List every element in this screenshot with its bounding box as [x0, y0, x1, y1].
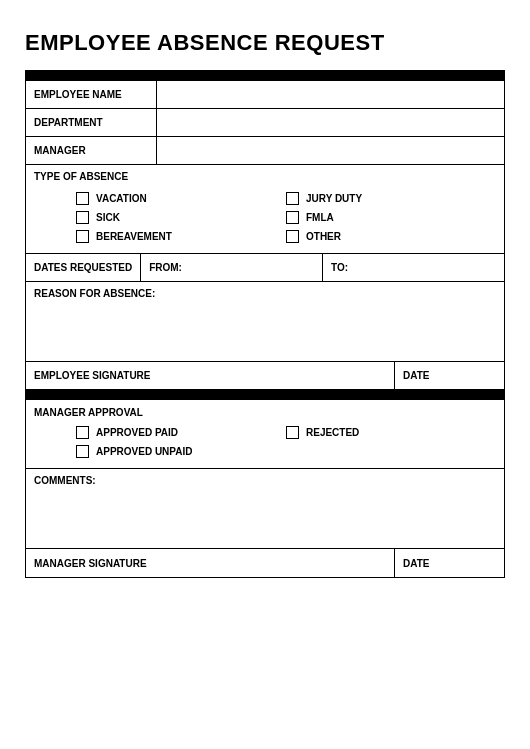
comments-section: COMMENTS: [26, 469, 504, 549]
manager-row: MANAGER [26, 137, 504, 165]
bereavement-checkbox-item: BEREAVEMENT [76, 230, 286, 243]
rejected-item: REJECTED [286, 426, 496, 439]
vacation-checkbox[interactable] [76, 192, 89, 205]
dates-requested-label: DATES REQUESTED [26, 254, 140, 281]
employee-name-label: EMPLOYEE NAME [26, 81, 156, 108]
jury-duty-label: JURY DUTY [306, 193, 362, 204]
sick-checkbox-item: SICK [76, 211, 286, 224]
to-label: TO: [331, 262, 348, 273]
bereavement-label: BEREAVEMENT [96, 231, 172, 242]
checkboxes-grid: VACATION SICK BEREAVEMENT JURY DUTY [26, 188, 504, 253]
manager-approval-section: MANAGER APPROVAL APPROVED PAID APPROVED … [26, 400, 504, 469]
comments-label: COMMENTS: [26, 469, 504, 492]
department-label: DEPARTMENT [26, 109, 156, 136]
reason-section: REASON FOR ABSENCE: [26, 282, 504, 362]
approved-paid-item: APPROVED PAID [76, 426, 286, 439]
other-label: OTHER [306, 231, 341, 242]
dates-to[interactable]: TO: [323, 254, 504, 281]
jury-duty-checkbox[interactable] [286, 192, 299, 205]
department-row: DEPARTMENT [26, 109, 504, 137]
approved-unpaid-label: APPROVED UNPAID [96, 446, 193, 457]
page-title: EMPLOYEE ABSENCE REQUEST [25, 30, 505, 56]
rejected-label: REJECTED [306, 427, 359, 438]
manager-date-cell: DATE [394, 549, 504, 577]
dates-from[interactable]: FROM: [140, 254, 323, 281]
type-of-absence-label: TYPE OF ABSENCE [26, 165, 504, 188]
approved-unpaid-checkbox[interactable] [76, 445, 89, 458]
sick-checkbox[interactable] [76, 211, 89, 224]
manager-signature-row: MANAGER SIGNATURE DATE [26, 549, 504, 577]
employee-signature-row: EMPLOYEE SIGNATURE DATE [26, 362, 504, 390]
approval-col-right: REJECTED [286, 426, 496, 458]
employee-signature-label: EMPLOYEE SIGNATURE [26, 362, 394, 389]
sick-label: SICK [96, 212, 120, 223]
other-checkbox[interactable] [286, 230, 299, 243]
manager-value[interactable] [156, 137, 504, 164]
checkbox-col-right: JURY DUTY FMLA OTHER [286, 192, 496, 243]
fmla-checkbox[interactable] [286, 211, 299, 224]
employee-name-row: EMPLOYEE NAME [26, 81, 504, 109]
approval-checkboxes: APPROVED PAID APPROVED UNPAID REJECTED [26, 422, 504, 468]
top-black-bar [26, 71, 504, 81]
bereavement-checkbox[interactable] [76, 230, 89, 243]
fmla-checkbox-item: FMLA [286, 211, 496, 224]
approved-unpaid-item: APPROVED UNPAID [76, 445, 286, 458]
type-of-absence-section: TYPE OF ABSENCE VACATION SICK BEREAVEMEN… [26, 165, 504, 254]
manager-signature-label: MANAGER SIGNATURE [26, 549, 394, 577]
middle-black-bar [26, 390, 504, 400]
approved-paid-checkbox[interactable] [76, 426, 89, 439]
approved-paid-label: APPROVED PAID [96, 427, 178, 438]
from-label: FROM: [149, 262, 182, 273]
manager-label: MANAGER [26, 137, 156, 164]
employee-date-cell: DATE [394, 362, 504, 389]
date-label: DATE [403, 370, 429, 381]
jury-duty-checkbox-item: JURY DUTY [286, 192, 496, 205]
rejected-checkbox[interactable] [286, 426, 299, 439]
manager-date-label: DATE [403, 558, 429, 569]
fmla-label: FMLA [306, 212, 334, 223]
manager-approval-label: MANAGER APPROVAL [26, 400, 504, 422]
approval-col-left: APPROVED PAID APPROVED UNPAID [76, 426, 286, 458]
vacation-label: VACATION [96, 193, 147, 204]
other-checkbox-item: OTHER [286, 230, 496, 243]
department-value[interactable] [156, 109, 504, 136]
dates-row: DATES REQUESTED FROM: TO: [26, 254, 504, 282]
form-container: EMPLOYEE NAME DEPARTMENT MANAGER TYPE OF… [25, 70, 505, 578]
checkbox-col-left: VACATION SICK BEREAVEMENT [76, 192, 286, 243]
vacation-checkbox-item: VACATION [76, 192, 286, 205]
employee-name-value[interactable] [156, 81, 504, 108]
reason-label: REASON FOR ABSENCE: [26, 282, 504, 305]
